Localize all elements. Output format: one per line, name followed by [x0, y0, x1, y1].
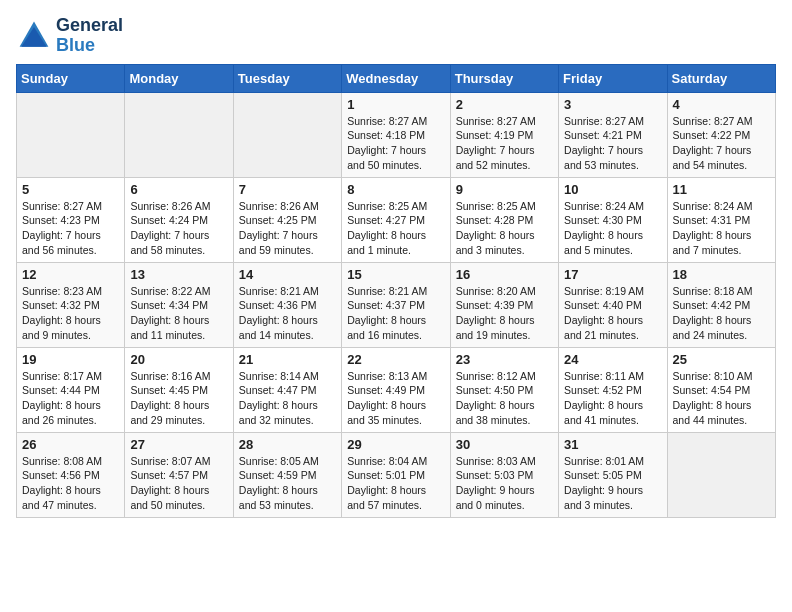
calendar-week: 26Sunrise: 8:08 AMSunset: 4:56 PMDayligh…: [17, 432, 776, 517]
day-number: 13: [130, 267, 227, 282]
calendar-cell: 22Sunrise: 8:13 AMSunset: 4:49 PMDayligh…: [342, 347, 450, 432]
calendar-cell: 5Sunrise: 8:27 AMSunset: 4:23 PMDaylight…: [17, 177, 125, 262]
cell-content: Sunrise: 8:27 AMSunset: 4:19 PMDaylight:…: [456, 114, 553, 173]
calendar-cell: 24Sunrise: 8:11 AMSunset: 4:52 PMDayligh…: [559, 347, 667, 432]
day-number: 17: [564, 267, 661, 282]
calendar-cell: 17Sunrise: 8:19 AMSunset: 4:40 PMDayligh…: [559, 262, 667, 347]
day-number: 28: [239, 437, 336, 452]
calendar-cell: 15Sunrise: 8:21 AMSunset: 4:37 PMDayligh…: [342, 262, 450, 347]
calendar-cell: 11Sunrise: 8:24 AMSunset: 4:31 PMDayligh…: [667, 177, 775, 262]
cell-content: Sunrise: 8:04 AMSunset: 5:01 PMDaylight:…: [347, 454, 444, 513]
calendar-cell: 3Sunrise: 8:27 AMSunset: 4:21 PMDaylight…: [559, 92, 667, 177]
cell-content: Sunrise: 8:24 AMSunset: 4:30 PMDaylight:…: [564, 199, 661, 258]
cell-content: Sunrise: 8:21 AMSunset: 4:37 PMDaylight:…: [347, 284, 444, 343]
cell-content: Sunrise: 8:25 AMSunset: 4:27 PMDaylight:…: [347, 199, 444, 258]
calendar-week: 1Sunrise: 8:27 AMSunset: 4:18 PMDaylight…: [17, 92, 776, 177]
cell-content: Sunrise: 8:20 AMSunset: 4:39 PMDaylight:…: [456, 284, 553, 343]
calendar-cell: 14Sunrise: 8:21 AMSunset: 4:36 PMDayligh…: [233, 262, 341, 347]
day-number: 6: [130, 182, 227, 197]
day-number: 4: [673, 97, 770, 112]
logo-text: General Blue: [56, 16, 123, 56]
day-number: 23: [456, 352, 553, 367]
calendar-cell: [125, 92, 233, 177]
calendar-header: SundayMondayTuesdayWednesdayThursdayFrid…: [17, 64, 776, 92]
day-number: 19: [22, 352, 119, 367]
calendar-cell: 29Sunrise: 8:04 AMSunset: 5:01 PMDayligh…: [342, 432, 450, 517]
day-number: 15: [347, 267, 444, 282]
day-number: 9: [456, 182, 553, 197]
day-number: 10: [564, 182, 661, 197]
calendar-cell: 10Sunrise: 8:24 AMSunset: 4:30 PMDayligh…: [559, 177, 667, 262]
calendar-cell: [233, 92, 341, 177]
calendar-cell: 23Sunrise: 8:12 AMSunset: 4:50 PMDayligh…: [450, 347, 558, 432]
calendar-cell: 30Sunrise: 8:03 AMSunset: 5:03 PMDayligh…: [450, 432, 558, 517]
cell-content: Sunrise: 8:16 AMSunset: 4:45 PMDaylight:…: [130, 369, 227, 428]
calendar-week: 5Sunrise: 8:27 AMSunset: 4:23 PMDaylight…: [17, 177, 776, 262]
day-number: 16: [456, 267, 553, 282]
cell-content: Sunrise: 8:10 AMSunset: 4:54 PMDaylight:…: [673, 369, 770, 428]
calendar-cell: 12Sunrise: 8:23 AMSunset: 4:32 PMDayligh…: [17, 262, 125, 347]
day-number: 21: [239, 352, 336, 367]
calendar-cell: 31Sunrise: 8:01 AMSunset: 5:05 PMDayligh…: [559, 432, 667, 517]
day-number: 26: [22, 437, 119, 452]
calendar-cell: 26Sunrise: 8:08 AMSunset: 4:56 PMDayligh…: [17, 432, 125, 517]
day-header: Tuesday: [233, 64, 341, 92]
header-row: SundayMondayTuesdayWednesdayThursdayFrid…: [17, 64, 776, 92]
day-number: 18: [673, 267, 770, 282]
cell-content: Sunrise: 8:07 AMSunset: 4:57 PMDaylight:…: [130, 454, 227, 513]
calendar-cell: 7Sunrise: 8:26 AMSunset: 4:25 PMDaylight…: [233, 177, 341, 262]
day-number: 2: [456, 97, 553, 112]
day-number: 24: [564, 352, 661, 367]
calendar-cell: 25Sunrise: 8:10 AMSunset: 4:54 PMDayligh…: [667, 347, 775, 432]
calendar-cell: [17, 92, 125, 177]
day-number: 31: [564, 437, 661, 452]
day-number: 20: [130, 352, 227, 367]
cell-content: Sunrise: 8:21 AMSunset: 4:36 PMDaylight:…: [239, 284, 336, 343]
cell-content: Sunrise: 8:22 AMSunset: 4:34 PMDaylight:…: [130, 284, 227, 343]
cell-content: Sunrise: 8:19 AMSunset: 4:40 PMDaylight:…: [564, 284, 661, 343]
logo-icon: [16, 18, 52, 54]
cell-content: Sunrise: 8:26 AMSunset: 4:24 PMDaylight:…: [130, 199, 227, 258]
cell-content: Sunrise: 8:03 AMSunset: 5:03 PMDaylight:…: [456, 454, 553, 513]
cell-content: Sunrise: 8:26 AMSunset: 4:25 PMDaylight:…: [239, 199, 336, 258]
day-header: Monday: [125, 64, 233, 92]
cell-content: Sunrise: 8:12 AMSunset: 4:50 PMDaylight:…: [456, 369, 553, 428]
day-number: 30: [456, 437, 553, 452]
calendar-cell: 1Sunrise: 8:27 AMSunset: 4:18 PMDaylight…: [342, 92, 450, 177]
cell-content: Sunrise: 8:27 AMSunset: 4:23 PMDaylight:…: [22, 199, 119, 258]
calendar-week: 12Sunrise: 8:23 AMSunset: 4:32 PMDayligh…: [17, 262, 776, 347]
cell-content: Sunrise: 8:05 AMSunset: 4:59 PMDaylight:…: [239, 454, 336, 513]
cell-content: Sunrise: 8:24 AMSunset: 4:31 PMDaylight:…: [673, 199, 770, 258]
calendar-cell: 27Sunrise: 8:07 AMSunset: 4:57 PMDayligh…: [125, 432, 233, 517]
day-header: Sunday: [17, 64, 125, 92]
day-number: 12: [22, 267, 119, 282]
calendar-cell: 19Sunrise: 8:17 AMSunset: 4:44 PMDayligh…: [17, 347, 125, 432]
cell-content: Sunrise: 8:27 AMSunset: 4:21 PMDaylight:…: [564, 114, 661, 173]
day-number: 8: [347, 182, 444, 197]
calendar-cell: 16Sunrise: 8:20 AMSunset: 4:39 PMDayligh…: [450, 262, 558, 347]
calendar-cell: 20Sunrise: 8:16 AMSunset: 4:45 PMDayligh…: [125, 347, 233, 432]
day-number: 29: [347, 437, 444, 452]
calendar-cell: 2Sunrise: 8:27 AMSunset: 4:19 PMDaylight…: [450, 92, 558, 177]
page-header: General Blue: [16, 16, 776, 56]
day-number: 11: [673, 182, 770, 197]
calendar-body: 1Sunrise: 8:27 AMSunset: 4:18 PMDaylight…: [17, 92, 776, 517]
cell-content: Sunrise: 8:11 AMSunset: 4:52 PMDaylight:…: [564, 369, 661, 428]
logo: General Blue: [16, 16, 123, 56]
day-number: 5: [22, 182, 119, 197]
day-number: 3: [564, 97, 661, 112]
cell-content: Sunrise: 8:17 AMSunset: 4:44 PMDaylight:…: [22, 369, 119, 428]
calendar-cell: 4Sunrise: 8:27 AMSunset: 4:22 PMDaylight…: [667, 92, 775, 177]
svg-marker-1: [21, 27, 46, 47]
cell-content: Sunrise: 8:08 AMSunset: 4:56 PMDaylight:…: [22, 454, 119, 513]
cell-content: Sunrise: 8:18 AMSunset: 4:42 PMDaylight:…: [673, 284, 770, 343]
calendar: SundayMondayTuesdayWednesdayThursdayFrid…: [16, 64, 776, 518]
day-number: 27: [130, 437, 227, 452]
calendar-cell: 28Sunrise: 8:05 AMSunset: 4:59 PMDayligh…: [233, 432, 341, 517]
cell-content: Sunrise: 8:27 AMSunset: 4:22 PMDaylight:…: [673, 114, 770, 173]
day-number: 25: [673, 352, 770, 367]
calendar-cell: 9Sunrise: 8:25 AMSunset: 4:28 PMDaylight…: [450, 177, 558, 262]
day-number: 14: [239, 267, 336, 282]
day-number: 7: [239, 182, 336, 197]
day-header: Saturday: [667, 64, 775, 92]
